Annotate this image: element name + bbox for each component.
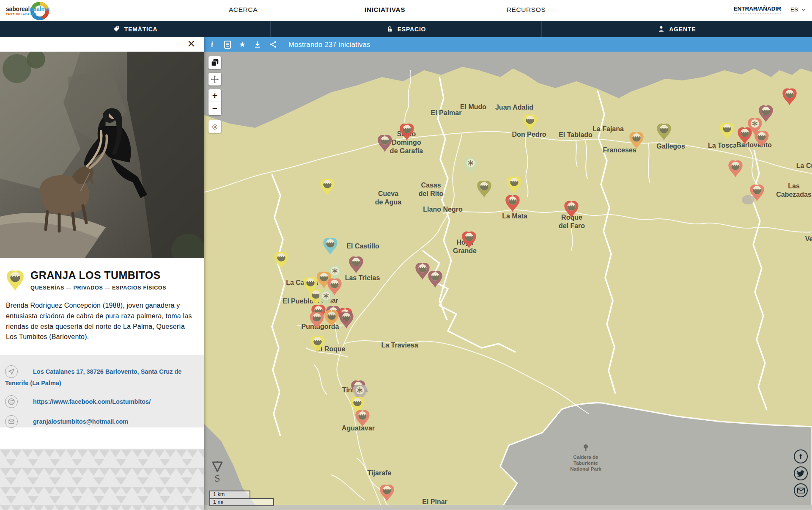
login-button[interactable]: ENTRAR/AÑADIR: [733, 6, 781, 14]
map-label: Ve: [805, 235, 812, 243]
map-marker[interactable]: [720, 123, 734, 140]
map-marker[interactable]: [274, 252, 288, 269]
map-label: El Pueblo: [283, 298, 314, 305]
map-marker[interactable]: [657, 124, 671, 141]
map-label: Las Tricias: [345, 274, 380, 281]
contact-email-row: granjalostumbitos@hotmail.com: [5, 416, 195, 428]
map-marker[interactable]: [523, 114, 537, 131]
close-icon[interactable]: ×: [187, 36, 195, 51]
star-icon[interactable]: ★: [239, 41, 246, 48]
map-label: La Cu: [796, 162, 812, 169]
map-label: Franceses: [603, 146, 636, 154]
initiative-photo: [0, 52, 204, 258]
filter-bar: TEMÁTICA ESPACIO AGENTE: [0, 21, 812, 37]
detail-sidebar: ×: [0, 37, 204, 510]
pan-button[interactable]: [208, 73, 221, 85]
caldera-region: [500, 403, 812, 510]
twitter-icon[interactable]: [794, 466, 808, 480]
zoom-in-button[interactable]: +: [208, 89, 221, 102]
scale-bar-km: 1 km: [209, 491, 250, 499]
map-toolbar: i ★ Mostrando 237 iniciativas: [204, 37, 812, 52]
filter-agente[interactable]: AGENTE: [541, 21, 812, 37]
nav-acerca[interactable]: ACERCA: [229, 6, 258, 14]
location-icon: [5, 365, 18, 378]
mail-icon: [5, 415, 18, 428]
geolocate-button[interactable]: ◎: [208, 120, 221, 133]
list-icon[interactable]: [224, 41, 231, 49]
logo-part2: lapalma: [28, 6, 49, 12]
nav-iniciativas[interactable]: INICIATIVAS: [365, 6, 405, 14]
compass-icon: [212, 460, 223, 472]
tag-icon: [113, 25, 120, 33]
site-logo[interactable]: saborealapalma TASTINGLAPALMA: [6, 1, 57, 20]
map-marker[interactable]: [728, 160, 742, 177]
map-marker[interactable]: [415, 263, 429, 280]
initiative-marker-icon: [6, 267, 25, 291]
filter-label: TEMÁTICA: [124, 26, 158, 33]
sea-north: [204, 52, 812, 128]
person-icon: [658, 25, 665, 33]
map-canvas[interactable]: El PalmarEl MudoJuan AdalidSantoDomingod…: [204, 52, 812, 510]
map-marker[interactable]: [477, 181, 491, 198]
facebook-icon[interactable]: f: [794, 449, 808, 463]
map-marker[interactable]: [782, 88, 796, 105]
contact-web-row: https://www.facebook.com/Lostumbitos/: [5, 396, 195, 408]
compass: S: [212, 460, 223, 482]
language-selector[interactable]: ES: [790, 6, 805, 13]
logo-sub2: LAPALMA: [21, 13, 37, 16]
filter-tematica[interactable]: TEMÁTICA: [0, 21, 270, 37]
share-icon[interactable]: [269, 41, 277, 48]
info-icon[interactable]: i: [211, 40, 213, 49]
lock-icon: [386, 25, 393, 33]
map-label: Juan Adalid: [495, 104, 533, 111]
mail-share-icon[interactable]: [794, 483, 808, 497]
map-label: Casasdel Rito: [419, 182, 444, 197]
nav-recursos[interactable]: RECURSOS: [507, 6, 546, 14]
map-label: Don Pedro: [512, 131, 546, 138]
logo-text: saborealapalma TASTINGLAPALMA: [6, 5, 49, 16]
logo-part1: saborea: [6, 6, 28, 12]
map-edge-strip: [204, 505, 812, 510]
language-code: ES: [790, 6, 798, 13]
initiative-description: Brenda Rodríguez Concepción (1988), jove…: [6, 300, 196, 342]
map-label: La Traviesa: [381, 342, 418, 349]
download-icon[interactable]: [254, 41, 261, 48]
map-marker[interactable]: [339, 312, 353, 328]
map-marker[interactable]: [323, 238, 337, 255]
map-label: El Pinar: [422, 498, 447, 505]
map-label: El Tablado: [559, 131, 593, 138]
map-label: LasCabezadas: [776, 182, 812, 198]
map-label: Llano Negro: [423, 206, 463, 213]
zoom-out-button[interactable]: −: [208, 102, 221, 115]
map-label: Gallegos: [656, 143, 685, 150]
photo-illustration: [0, 52, 204, 258]
chevron-down-icon: [801, 8, 805, 11]
map-label: El Palmar: [431, 109, 462, 116]
map-marker[interactable]: [380, 485, 394, 502]
map-label: Cuevade Agua: [375, 190, 402, 206]
map-marker[interactable]: [505, 195, 519, 212]
map-marker[interactable]: [320, 179, 334, 196]
scale-bar-mi: 1 mi: [209, 498, 274, 506]
map-label: Caldera deTaburienteNational Park: [570, 455, 601, 471]
map-label: Tijarafe: [368, 469, 392, 477]
map-marker[interactable]: [464, 157, 477, 174]
filter-espacio[interactable]: ESPACIO: [270, 21, 541, 37]
map-marker-blob: [742, 195, 754, 204]
map-label: La Tosca: [708, 142, 737, 149]
globe-icon: [5, 395, 18, 408]
layers-button[interactable]: [208, 56, 221, 69]
website-link[interactable]: https://www.facebook.com/Lostumbitos/: [33, 398, 151, 405]
map-marker[interactable]: [759, 105, 773, 122]
top-header: saborealapalma TASTINGLAPALMA ACERCA INI…: [0, 0, 812, 21]
map-marker[interactable]: [507, 176, 521, 193]
status-text: Mostrando 237 iniciativas: [288, 41, 370, 49]
map-area: i ★ Mostrando 237 iniciativas: [204, 37, 812, 510]
category-tags: QUESERÍAS — PRIVADOS — ESPACIOS FÍSICOS: [30, 285, 166, 291]
compass-letter: S: [212, 474, 223, 482]
map-marker[interactable]: [349, 256, 363, 273]
map-label: Barlovento: [736, 141, 772, 149]
email-link[interactable]: granjalostumbitos@hotmail.com: [33, 418, 128, 425]
address-link[interactable]: Los Catalanes 17, 38726 Barlovento, Sant…: [5, 368, 181, 386]
filter-label: AGENTE: [669, 26, 696, 33]
